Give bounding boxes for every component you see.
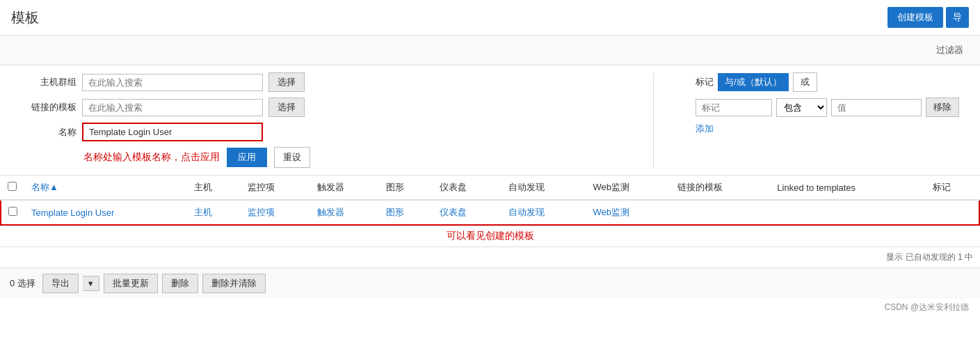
- tag-filter-row: 包含 不包含 等于 移除: [696, 98, 959, 117]
- web-link[interactable]: Web监测: [593, 207, 630, 217]
- table-info: 显示 已自动发现的 1 中: [0, 247, 980, 267]
- triggers-link[interactable]: 触发器: [317, 207, 344, 217]
- filter-toggle[interactable]: 过滤器: [931, 41, 969, 59]
- header-actions: 创建模板 导: [887, 7, 969, 28]
- row-linked-to: [770, 200, 925, 225]
- apply-area: 名称处输入模板名称，点击应用 应用 重设: [21, 147, 639, 168]
- linked-template-input[interactable]: [82, 99, 263, 116]
- row-tags: [926, 200, 979, 225]
- tag-name-input[interactable]: [696, 99, 772, 116]
- tags-or-button[interactable]: 或: [793, 72, 817, 92]
- template-name-link[interactable]: Template Login User: [31, 208, 114, 218]
- row-triggers: 触发器: [310, 200, 379, 225]
- row-items: 监控项: [241, 200, 310, 225]
- col-header-graphs[interactable]: 图形: [379, 176, 433, 200]
- watermark: CSDN @达米安利拉德: [0, 299, 980, 316]
- annotation-visible: 可以看见创建的模板: [0, 226, 980, 247]
- hosts-link[interactable]: 主机: [194, 207, 212, 217]
- row-hosts: 主机: [187, 200, 241, 225]
- reset-button[interactable]: 重设: [274, 147, 310, 168]
- col-header-name[interactable]: 名称▲: [24, 176, 187, 200]
- host-group-label: 主机群组: [21, 76, 77, 88]
- annotation-apply-text: 名称处输入模板名称，点击应用: [83, 151, 220, 164]
- name-row: 名称: [21, 123, 639, 141]
- delete-clear-button[interactable]: 删除并清除: [202, 274, 266, 293]
- host-group-select-button[interactable]: 选择: [268, 72, 305, 92]
- select-all-checkbox[interactable]: [8, 182, 17, 191]
- table-row: Template Login User 主机 监控项 触发器 图形: [1, 200, 979, 225]
- tag-add-link[interactable]: 添加: [696, 123, 714, 135]
- col-header-dashboards[interactable]: 仪表盘: [433, 176, 501, 200]
- export-dropdown-button[interactable]: ▼: [83, 276, 99, 291]
- col-header-discovery[interactable]: 自动发现: [501, 176, 586, 200]
- page-title: 模板: [11, 8, 39, 27]
- import-button[interactable]: 导: [946, 7, 969, 28]
- apply-button[interactable]: 应用: [227, 148, 267, 167]
- tag-condition-select[interactable]: 包含 不包含 等于: [776, 98, 827, 117]
- col-header-items[interactable]: 监控项: [241, 176, 310, 200]
- tags-mode-row: 标记 与/或（默认） 或: [696, 72, 959, 92]
- items-link[interactable]: 监控项: [248, 207, 275, 217]
- linked-template-row: 链接的模板 选择: [21, 98, 639, 117]
- dashboards-link[interactable]: 仪表盘: [440, 207, 467, 217]
- host-group-row: 主机群组 选择: [21, 72, 639, 92]
- filter-left: 主机群组 选择 链接的模板 选择 名称 名称处输入模板名称，点击应用: [21, 72, 639, 168]
- discovery-link[interactable]: 自动发现: [508, 207, 545, 217]
- row-linked-templates: [670, 200, 770, 225]
- col-header-web[interactable]: Web监测: [586, 176, 671, 200]
- create-template-button[interactable]: 创建模板: [887, 7, 943, 28]
- row-checkbox-cell: [1, 200, 24, 225]
- linked-template-label: 链接的模板: [21, 101, 77, 114]
- col-header-hosts[interactable]: 主机: [187, 176, 241, 200]
- tag-value-input[interactable]: [831, 99, 922, 116]
- select-all-header: [1, 176, 24, 200]
- row-graphs: 图形: [379, 200, 433, 225]
- graphs-link[interactable]: 图形: [386, 207, 404, 217]
- host-group-input[interactable]: [82, 74, 263, 91]
- col-header-linked-to[interactable]: Linked to templates: [770, 176, 925, 200]
- filter-bar: 过滤器: [0, 36, 980, 65]
- name-label: 名称: [21, 126, 77, 139]
- delete-button[interactable]: 删除: [162, 274, 198, 293]
- template-table: 名称▲ 主机 监控项 触发器 图形 仪表盘 自动发现 Web监测 链接的模板 L…: [0, 176, 980, 226]
- filter-section: 主机群组 选择 链接的模板 选择 名称 名称处输入模板名称，点击应用: [0, 65, 980, 176]
- row-name: Template Login User: [24, 200, 187, 225]
- tags-and-or-button[interactable]: 与/或（默认）: [718, 73, 789, 91]
- tag-remove-button[interactable]: 移除: [926, 98, 959, 117]
- row-web: Web监测: [586, 200, 671, 225]
- bottom-toolbar: 0 选择 导出 ▼ 批量更新 删除 删除并清除: [0, 267, 980, 299]
- selection-count: 0 选择: [10, 277, 35, 290]
- name-input[interactable]: [82, 123, 263, 141]
- bulk-update-button[interactable]: 批量更新: [104, 274, 158, 293]
- row-dashboards: 仪表盘: [433, 200, 501, 225]
- row-discovery: 自动发现: [501, 200, 586, 225]
- col-header-linked-templates[interactable]: 链接的模板: [670, 176, 770, 200]
- linked-template-select-button[interactable]: 选择: [268, 98, 305, 117]
- table-header-row: 名称▲ 主机 监控项 触发器 图形 仪表盘 自动发现 Web监测 链接的模板 L…: [1, 176, 979, 200]
- row-checkbox[interactable]: [8, 207, 17, 216]
- template-table-section: 名称▲ 主机 监控项 触发器 图形 仪表盘 自动发现 Web监测 链接的模板 L…: [0, 176, 980, 267]
- col-header-tags[interactable]: 标记: [926, 176, 979, 200]
- filter-right: 标记 与/或（默认） 或 包含 不包含 等于 移除: [696, 72, 959, 135]
- export-button[interactable]: 导出: [42, 274, 79, 293]
- tag-add-row: 添加: [696, 123, 959, 135]
- filter-divider: [653, 72, 654, 168]
- col-header-triggers[interactable]: 触发器: [310, 176, 379, 200]
- tags-label: 标记: [696, 76, 714, 88]
